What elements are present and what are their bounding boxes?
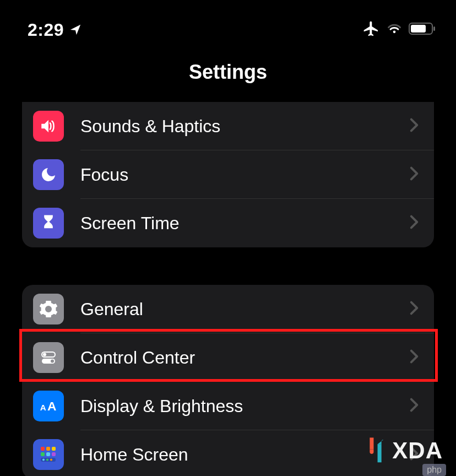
row-label: Screen Time [80, 213, 410, 234]
gear-icon [33, 294, 64, 324]
settings-row-sounds-haptics[interactable]: Sounds & Haptics [22, 102, 434, 150]
svg-point-0 [393, 31, 396, 34]
svg-rect-12 [52, 447, 56, 451]
row-label: General [80, 299, 410, 320]
settings-row-control-center[interactable]: Control Center [22, 333, 434, 382]
svg-rect-10 [41, 447, 45, 451]
textsize-icon: AA [33, 391, 64, 421]
svg-rect-2 [411, 25, 426, 33]
chevron-right-icon [410, 215, 419, 231]
settings-group-1: Sounds & Haptics Focus Screen Time [22, 102, 434, 247]
status-time: 2:29 [28, 20, 64, 40]
location-icon [69, 20, 82, 40]
svg-point-19 [50, 459, 52, 461]
row-label: Display & Brightness [80, 396, 410, 416]
speaker-icon [33, 111, 64, 142]
hourglass-icon [33, 208, 64, 239]
chevron-right-icon [410, 166, 419, 183]
svg-text:A: A [47, 399, 56, 413]
chevron-right-icon [410, 349, 419, 366]
svg-rect-13 [41, 452, 45, 456]
status-bar: 2:29 [0, 0, 456, 50]
chevron-right-icon [410, 118, 419, 134]
chevron-right-icon [410, 398, 419, 414]
homegrid-icon [33, 439, 64, 470]
row-label: Home Screen [80, 445, 410, 465]
svg-point-18 [46, 459, 48, 461]
svg-rect-11 [46, 447, 50, 451]
watermark: XDA [366, 436, 443, 465]
row-label: Sounds & Haptics [80, 116, 410, 137]
row-label: Focus [80, 165, 410, 185]
svg-point-5 [43, 353, 46, 356]
settings-row-screen-time[interactable]: Screen Time [22, 199, 434, 247]
settings-row-display-brightness[interactable]: AA Display & Brightness [22, 382, 434, 430]
toggles-icon [33, 342, 64, 373]
row-label: Control Center [80, 348, 410, 368]
svg-rect-3 [433, 26, 435, 31]
svg-point-7 [51, 360, 54, 363]
svg-point-17 [42, 459, 45, 461]
watermark-text: XDA [392, 437, 443, 464]
chevron-right-icon [410, 301, 419, 317]
page-title: Settings [0, 61, 456, 84]
battery-icon [409, 22, 436, 37]
xda-logo-icon [366, 436, 386, 465]
svg-text:A: A [40, 403, 46, 412]
settings-row-focus[interactable]: Focus [22, 150, 434, 199]
wifi-icon [387, 22, 402, 37]
secondary-watermark: php [422, 464, 446, 476]
airplane-mode-icon [362, 20, 380, 40]
moon-icon [33, 159, 64, 190]
svg-rect-14 [46, 452, 50, 456]
svg-rect-15 [52, 452, 56, 456]
settings-row-general[interactable]: General [22, 285, 434, 333]
